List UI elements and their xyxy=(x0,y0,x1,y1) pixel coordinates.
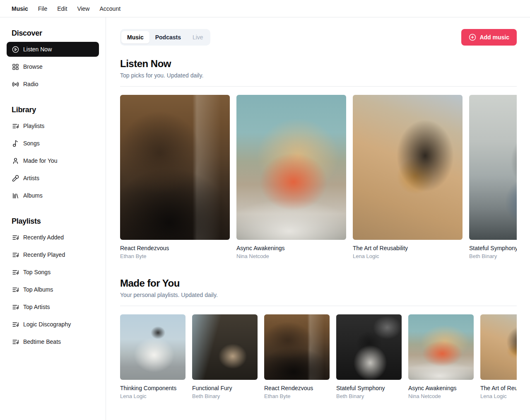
circle-plus-icon xyxy=(469,34,476,41)
album-artist: Ethan Byte xyxy=(264,393,330,399)
album-artist: Nina Netcode xyxy=(408,393,474,399)
sidebar-item-albums[interactable]: Albums xyxy=(7,188,99,203)
sidebar-section-discover: Discover xyxy=(7,26,99,39)
sidebar-item-recently-added[interactable]: Recently Added xyxy=(7,230,99,245)
album-cover-stateful-symphony[interactable] xyxy=(336,314,402,380)
tab-music[interactable]: Music xyxy=(121,31,149,43)
album-title: Async Awakenings xyxy=(236,245,346,251)
album-title: The Art of Reusability xyxy=(353,245,463,251)
album-artist: Beth Binary xyxy=(469,253,517,259)
radio-icon xyxy=(12,81,19,88)
menu-item-music[interactable]: Music xyxy=(7,3,33,14)
album-card: Thinking Components Lena Logic xyxy=(120,314,186,399)
album-artist: Ethan Byte xyxy=(120,253,230,259)
album-title: The Art of Reusability xyxy=(480,385,517,391)
content-tabs: Music Podcasts Live xyxy=(120,29,210,46)
sidebar-item-browse[interactable]: Browse xyxy=(7,59,99,74)
layout-grid-icon xyxy=(12,63,19,70)
album-card: Stateful Symphony Beth Binary xyxy=(336,314,402,399)
album-card: Async Awakenings Nina Netcode xyxy=(408,314,474,399)
sidebar-item-top-songs[interactable]: Top Songs xyxy=(7,265,99,280)
tab-live[interactable]: Live xyxy=(187,31,209,43)
sidebar-item-logic-discography[interactable]: Logic Discography xyxy=(7,317,99,332)
made-for-you-row: Thinking Components Lena Logic Functiona… xyxy=(120,314,517,399)
sidebar-item-artists[interactable]: Artists xyxy=(7,171,99,186)
menu-item-account[interactable]: Account xyxy=(94,3,125,14)
album-artist: Lena Logic xyxy=(120,393,186,399)
album-cover-the-art-of-reusability[interactable] xyxy=(480,314,517,380)
sidebar-item-top-artists[interactable]: Top Artists xyxy=(7,299,99,314)
album-cover-async-awakenings[interactable] xyxy=(408,314,474,380)
sidebar-item-label: Songs xyxy=(23,140,40,147)
album-artist: Beth Binary xyxy=(336,393,402,399)
album-card: React Rendezvous Ethan Byte xyxy=(264,314,330,399)
album-cover-functional-fury[interactable] xyxy=(192,314,258,380)
sidebar-item-label: Browse xyxy=(23,63,43,70)
menubar: Music File Edit View Account xyxy=(0,0,530,17)
album-title: React Rendezvous xyxy=(264,385,330,391)
user-icon xyxy=(12,157,19,164)
sidebar-item-label: Top Artists xyxy=(23,304,50,310)
sidebar-item-label: Made for You xyxy=(23,157,58,164)
list-music-icon xyxy=(12,123,19,130)
microphone-icon xyxy=(12,175,19,182)
separator xyxy=(120,306,517,306)
album-card: React Rendezvous Ethan Byte xyxy=(120,95,230,259)
list-music-icon xyxy=(12,251,19,258)
sidebar-item-label: Artists xyxy=(23,175,39,181)
album-card: Functional Fury Beth Binary xyxy=(192,314,258,399)
menu-item-edit[interactable]: Edit xyxy=(52,3,72,14)
main-content: Music Podcasts Live Add music Listen Now… xyxy=(106,17,530,420)
list-music-icon xyxy=(12,338,19,345)
album-card: Async Awakenings Nina Netcode xyxy=(236,95,346,259)
sidebar-item-playlists[interactable]: Playlists xyxy=(7,118,99,133)
album-cover-react-rendezvous[interactable] xyxy=(264,314,330,380)
add-music-button[interactable]: Add music xyxy=(461,29,517,46)
album-cover-stateful-symphony[interactable] xyxy=(469,95,517,240)
sidebar-item-label: Top Albums xyxy=(23,286,53,293)
section-title-made-for-you: Made for You xyxy=(120,278,517,289)
sidebar-item-label: Listen Now xyxy=(23,46,52,53)
tab-podcasts[interactable]: Podcasts xyxy=(149,31,187,43)
album-card: The Art of Reusability Lena Logic xyxy=(353,95,463,259)
sidebar-item-label: Logic Discography xyxy=(23,321,71,328)
sidebar-item-bedtime-beats[interactable]: Bedtime Beats xyxy=(7,334,99,349)
sidebar-item-label: Radio xyxy=(23,81,39,87)
album-cover-async-awakenings[interactable] xyxy=(236,95,346,240)
sidebar-item-recently-played[interactable]: Recently Played xyxy=(7,247,99,262)
sidebar-item-label: Recently Played xyxy=(23,251,65,258)
sidebar-item-songs[interactable]: Songs xyxy=(7,136,99,151)
sidebar-item-listen-now[interactable]: Listen Now xyxy=(7,42,99,57)
album-artist: Beth Binary xyxy=(192,393,258,399)
sidebar-item-radio[interactable]: Radio xyxy=(7,77,99,92)
album-title: Thinking Components xyxy=(120,385,186,391)
list-music-icon xyxy=(12,269,19,276)
sidebar: Discover Listen Now Browse Radio Library… xyxy=(0,17,106,420)
album-cover-the-art-of-reusability[interactable] xyxy=(353,95,463,240)
play-circle-icon xyxy=(12,46,19,53)
list-music-icon xyxy=(12,234,19,241)
sidebar-item-label: Bedtime Beats xyxy=(23,338,61,345)
listen-now-row: React Rendezvous Ethan Byte Async Awaken… xyxy=(120,95,517,259)
section-title-listen-now: Listen Now xyxy=(120,58,517,70)
menu-item-view[interactable]: View xyxy=(72,3,94,14)
album-cover-react-rendezvous[interactable] xyxy=(120,95,230,240)
menu-item-file[interactable]: File xyxy=(33,3,53,14)
sidebar-section-library: Library xyxy=(7,102,99,116)
sidebar-item-label: Playlists xyxy=(23,123,44,129)
sidebar-item-top-albums[interactable]: Top Albums xyxy=(7,282,99,297)
album-title: React Rendezvous xyxy=(120,245,230,251)
section-subtitle-made-for-you: Your personal playlists. Updated daily. xyxy=(120,292,517,298)
sidebar-section-playlists: Playlists xyxy=(7,214,99,227)
album-title: Functional Fury xyxy=(192,385,258,391)
add-music-label: Add music xyxy=(479,34,509,41)
album-cover-thinking-components[interactable] xyxy=(120,314,186,380)
album-artist: Lena Logic xyxy=(480,393,517,399)
album-card: The Art of Reusability Lena Logic xyxy=(480,314,517,399)
sidebar-item-label: Top Songs xyxy=(23,269,51,275)
sidebar-item-made-for-you[interactable]: Made for You xyxy=(7,153,99,168)
list-music-icon xyxy=(12,304,19,311)
sidebar-item-label: Recently Added xyxy=(23,234,64,241)
album-title: Stateful Symphony xyxy=(336,385,402,391)
separator xyxy=(120,86,517,87)
